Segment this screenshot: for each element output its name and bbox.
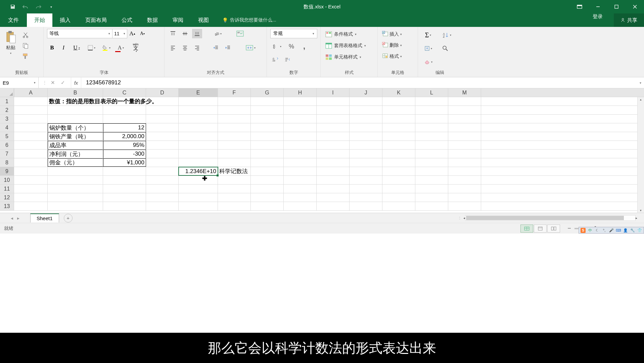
- name-box[interactable]: E9▾: [0, 77, 39, 88]
- cell[interactable]: [218, 123, 251, 132]
- col-header-E[interactable]: E: [179, 88, 218, 97]
- cell[interactable]: [218, 97, 251, 106]
- formula-input[interactable]: 12345678912 ▾: [81, 77, 644, 88]
- cell[interactable]: [448, 193, 481, 202]
- cell[interactable]: [179, 158, 218, 167]
- cell-E9[interactable]: 1.2346E+10: [179, 167, 218, 175]
- row-header[interactable]: 12: [0, 193, 14, 202]
- tab-insert[interactable]: 插入: [52, 13, 78, 27]
- row-header[interactable]: 2: [0, 106, 14, 114]
- cell[interactable]: [284, 193, 317, 202]
- tab-view[interactable]: 视图: [191, 13, 216, 27]
- cell[interactable]: [146, 193, 179, 202]
- cell[interactable]: [415, 115, 448, 123]
- row-header[interactable]: 6: [0, 141, 14, 149]
- cell[interactable]: [146, 185, 179, 193]
- cell[interactable]: [48, 185, 103, 193]
- find-select-button[interactable]: [440, 44, 450, 53]
- increase-font-icon[interactable]: A▴: [127, 29, 137, 38]
- cell[interactable]: [146, 123, 179, 132]
- cell[interactable]: [103, 106, 146, 114]
- tab-home[interactable]: 开始: [27, 13, 52, 27]
- cell[interactable]: [284, 141, 317, 149]
- cell[interactable]: [317, 97, 350, 106]
- cell[interactable]: [103, 202, 146, 210]
- sort-filter-button[interactable]: AZ: [440, 30, 454, 40]
- sheet-prev-icon[interactable]: ◂: [11, 215, 13, 221]
- cell[interactable]: [284, 123, 317, 132]
- maximize-icon[interactable]: [607, 0, 626, 13]
- merge-center-icon[interactable]: [244, 43, 257, 52]
- cell[interactable]: [14, 150, 48, 158]
- font-name-combo[interactable]: 等线▾: [47, 29, 112, 38]
- row-header[interactable]: 13: [0, 202, 14, 210]
- page-break-view-icon[interactable]: [547, 225, 560, 233]
- cell[interactable]: [284, 185, 317, 193]
- align-top-icon[interactable]: [168, 29, 178, 38]
- font-size-combo[interactable]: 11▾: [112, 29, 127, 38]
- cell[interactable]: [103, 167, 146, 175]
- cell-C6[interactable]: 95%: [103, 141, 146, 149]
- cell[interactable]: [382, 141, 415, 149]
- cell-B8[interactable]: 佣金（元）: [48, 158, 103, 167]
- expand-formula-bar-icon[interactable]: ▾: [640, 81, 641, 85]
- cell[interactable]: [350, 132, 382, 140]
- cell-C4[interactable]: 12: [103, 123, 146, 132]
- cell[interactable]: [317, 115, 350, 123]
- cell[interactable]: [415, 176, 448, 184]
- cell[interactable]: [382, 132, 415, 140]
- increase-decimal-icon[interactable]: .0.00: [270, 54, 280, 64]
- cell[interactable]: [146, 167, 179, 175]
- tab-formulas[interactable]: 公式: [114, 13, 140, 27]
- cell[interactable]: [448, 158, 481, 167]
- enter-formula-icon[interactable]: ✓: [59, 79, 67, 87]
- cell[interactable]: [251, 132, 284, 140]
- orientation-icon[interactable]: ab: [211, 29, 224, 38]
- insert-function-button[interactable]: fx: [71, 77, 81, 88]
- cell[interactable]: [14, 123, 48, 132]
- cell[interactable]: [251, 158, 284, 167]
- cell[interactable]: [284, 97, 317, 106]
- cell[interactable]: [179, 150, 218, 158]
- save-icon[interactable]: [9, 3, 16, 10]
- cell[interactable]: [218, 176, 251, 184]
- cell[interactable]: [382, 115, 415, 123]
- clear-button[interactable]: [421, 57, 435, 67]
- cell[interactable]: [448, 176, 481, 184]
- cancel-formula-icon[interactable]: ✕: [49, 79, 57, 87]
- tell-me-search[interactable]: 💡 告诉我您想要做什么...: [216, 13, 276, 27]
- cell[interactable]: [448, 115, 481, 123]
- cell[interactable]: [448, 132, 481, 140]
- accounting-format-icon[interactable]: ₿: [270, 42, 284, 51]
- cell[interactable]: [382, 193, 415, 202]
- decrease-font-icon[interactable]: A▾: [137, 29, 147, 38]
- underline-button[interactable]: U: [70, 43, 83, 52]
- cell-F9[interactable]: 科学记数法: [218, 167, 251, 175]
- cell[interactable]: [251, 106, 284, 114]
- cell[interactable]: [284, 202, 317, 210]
- cell[interactable]: [14, 115, 48, 123]
- cell[interactable]: [448, 150, 481, 158]
- cell[interactable]: [14, 97, 48, 106]
- sheet-next-icon[interactable]: ▸: [17, 215, 19, 221]
- cell[interactable]: [448, 141, 481, 149]
- cell[interactable]: [284, 115, 317, 123]
- cell[interactable]: [48, 193, 103, 202]
- cell[interactable]: [382, 106, 415, 114]
- cell-B1[interactable]: 数值：指的是用数目表示的一个量的多少。: [48, 97, 103, 106]
- cell[interactable]: [251, 185, 284, 193]
- sheet-tab-sheet1[interactable]: Sheet1: [30, 213, 59, 223]
- row-header[interactable]: 7: [0, 150, 14, 158]
- cell[interactable]: [448, 97, 481, 106]
- cell[interactable]: [317, 202, 350, 210]
- cell[interactable]: [317, 158, 350, 167]
- cell[interactable]: [415, 193, 448, 202]
- align-center-icon[interactable]: [180, 43, 190, 52]
- cell[interactable]: [146, 141, 179, 149]
- qat-customize-icon[interactable]: ▾: [48, 3, 54, 10]
- cell[interactable]: [317, 132, 350, 140]
- col-header-K[interactable]: K: [382, 88, 415, 97]
- cell[interactable]: [179, 123, 218, 132]
- cell[interactable]: [218, 202, 251, 210]
- cell[interactable]: [251, 150, 284, 158]
